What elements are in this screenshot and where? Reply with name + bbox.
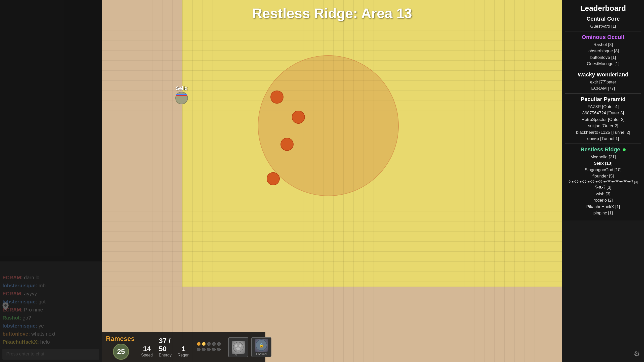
lb-entry: SlogoogooGod [10] — [565, 167, 641, 173]
ability-icon-2: 🔒 — [255, 339, 268, 352]
hud-player-name: Rameses — [106, 335, 136, 343]
svg-point-2 — [239, 344, 242, 347]
lb-entry: енвир [Tunnel 1] — [565, 135, 641, 142]
lb-entry-current: Selix [13] — [565, 160, 641, 167]
ability-slot-2[interactable]: 🔒 Locked — [251, 337, 271, 357]
bar-red — [176, 95, 187, 96]
game-area: Selix Restless Ridge: Area 13 — [102, 0, 562, 362]
hud-energy-label: Energy — [159, 353, 172, 357]
leaderboard-title: Leaderboard — [565, 4, 641, 13]
hud-regen-label: Regen — [178, 353, 189, 357]
lb-entry: Rashot [8] — [565, 41, 641, 48]
enemy-dot-3 — [280, 138, 294, 151]
dot-4 — [212, 342, 216, 346]
lb-entry: wish [3] — [565, 191, 641, 197]
svg-text:🔒: 🔒 — [259, 343, 264, 348]
hud-stat-speed: 14 Speed — [141, 345, 153, 357]
hud-stat-regen: 1 Regen — [178, 345, 189, 357]
hud-regen-value: 1 — [182, 345, 186, 353]
lb-entry: ʕ•ᴥ•ʔʕ•ᴥ•ʔʕ•ᴥ•ʔʕ•ᴥ•ʔʕ•ᴥ•ʔʕ•ᴥ•ʔʕ•ᴥ•ʔʕ•ᴥ•ʔ… — [565, 179, 641, 185]
bottom-left-overlay — [0, 261, 102, 362]
lb-entry: buttonlove [1] — [565, 54, 641, 61]
dot-6 — [197, 348, 200, 351]
lb-entry: ʕ•ᴥ•ʔ [3] — [565, 184, 641, 191]
ability-slot-1[interactable]: [Z] or [J] — [228, 337, 248, 357]
lb-entry: GuestMucugu [1] — [565, 61, 641, 67]
leaderboard: Leaderboard Central Core GuestVafo [1] O… — [562, 0, 644, 220]
lb-section-wacky: Wacky Wonderland — [565, 71, 641, 78]
enemy-dot-2 — [292, 111, 305, 124]
lb-entry: flounder [5] — [565, 173, 641, 179]
lb-entry: GuestVafo [1] — [565, 23, 641, 30]
enemy-dot-4 — [267, 172, 280, 185]
lb-entry: extir [77]pater — [565, 79, 641, 85]
online-indicator — [623, 148, 626, 151]
settings-button[interactable]: ⚙ — [634, 350, 640, 358]
dot-7 — [202, 348, 206, 351]
player: Selix — [175, 85, 188, 104]
svg-point-1 — [235, 344, 237, 347]
progress-dots-bottom — [197, 348, 221, 351]
dot-1 — [197, 342, 200, 346]
lb-entry: Mxgnolia [21] — [565, 154, 641, 160]
hud-level: 25 — [113, 344, 129, 360]
lb-section-peculiar: Peculiar Pyramid — [565, 96, 641, 103]
lb-entry: rogerio [2] — [565, 197, 641, 204]
ability-key-1: [Z] or [J] — [233, 349, 243, 356]
dot-5 — [217, 342, 221, 346]
dot-8 — [207, 348, 211, 351]
hud-speed-value: 14 — [143, 345, 151, 353]
player-name-label: Selix — [176, 85, 188, 91]
lb-entry: blackheart071125 [Tunnel 2] — [565, 129, 641, 136]
location-pin — [3, 302, 9, 312]
hud-stats: 14 Speed 37 / 50 Energy 1 Regen — [141, 337, 189, 357]
lb-entry: RetroSpecter [Outer 2] — [565, 116, 641, 123]
lb-entry: lobsterbisque [8] — [565, 48, 641, 54]
bar-blue — [176, 94, 187, 95]
player-health-bars — [176, 94, 187, 96]
enemy-dot-1 — [270, 90, 284, 104]
dot-9 — [212, 348, 216, 351]
large-enemy-circle — [258, 55, 399, 196]
hud-speed-label: Speed — [141, 353, 153, 357]
lb-entry: 8687564724 [Outer 3] — [565, 110, 641, 116]
lb-entry: ECRAM [77] — [565, 85, 641, 92]
hud-energy-value: 37 / 50 — [159, 337, 172, 353]
lb-section-ominous: Ominous Occult — [565, 34, 641, 40]
lb-entry: sukjae [Outer 2] — [565, 123, 641, 129]
lb-section-central-core: Central Core — [565, 16, 641, 22]
hud-abilities: [Z] or [J] 🔒 Locked — [228, 337, 271, 357]
lb-section-restless: Restless Ridge — [565, 146, 641, 153]
svg-point-6 — [4, 304, 7, 307]
hud: Rameses 25 14 Speed 37 / 50 Energy 1 Reg… — [102, 332, 265, 362]
hud-stat-energy: 37 / 50 Energy — [159, 337, 172, 357]
game-title: Restless Ridge: Area 13 — [252, 5, 412, 21]
lb-entry: FAZ3R [Outer 4] — [565, 104, 641, 110]
lb-entry: PikachuHackX [1] — [565, 204, 641, 210]
ability-label-2: Locked — [256, 352, 267, 356]
player-body — [175, 92, 188, 104]
dot-10 — [217, 348, 221, 351]
progress-dots-top — [197, 342, 221, 346]
lb-entry: pinpinc [1] — [565, 210, 641, 216]
dot-2 — [202, 342, 206, 346]
dot-3 — [207, 342, 211, 346]
